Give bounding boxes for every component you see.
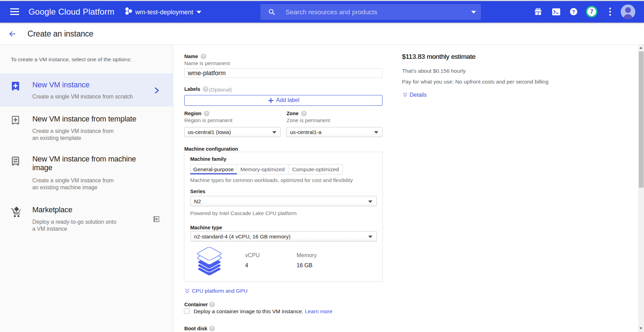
svg-text:?: ? bbox=[572, 9, 575, 15]
